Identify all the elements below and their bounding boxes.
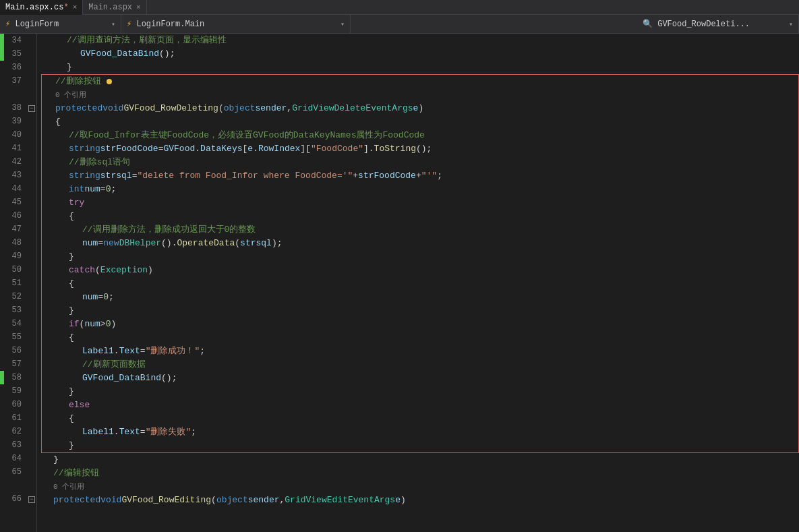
code-line-63: }	[42, 439, 798, 452]
code-content[interactable]: //调用查询方法，刷新页面，显示编辑性 GVFood_DataBind(); }…	[37, 34, 799, 532]
line-row: 59	[0, 384, 36, 398]
nav-dropdown-label: 🔍 GVFood_RowDeleti...	[643, 19, 750, 29]
line-number	[4, 479, 27, 492]
line-number: 56	[4, 344, 27, 357]
code-line-45: try	[42, 196, 798, 210]
identifier-datakeys: DataKeys	[200, 142, 242, 156]
brace: {	[69, 210, 74, 223]
keyword-void2: void	[100, 494, 121, 507]
line-row: 65	[0, 465, 36, 479]
code-line-66: protected void GVFood_RowEditing ( objec…	[40, 494, 799, 507]
keyword-string: string	[69, 142, 100, 156]
brace: {	[69, 277, 74, 291]
method-dropdown[interactable]: ⚡ LoginForm.Main ▾	[121, 15, 351, 34]
line-number: 41	[4, 142, 27, 155]
line-number	[4, 88, 27, 101]
tab-label: Main.aspx.cs	[5, 3, 63, 12]
tab-main-aspx[interactable]: Main.aspx ×	[83, 0, 146, 15]
keyword-object: object	[224, 102, 256, 115]
code-line-39: {	[42, 115, 798, 129]
line-number: 52	[4, 290, 27, 303]
code-line-51: {	[42, 277, 798, 291]
ref-count-37: 0 个引用	[42, 88, 798, 102]
line-row: 56	[0, 344, 36, 357]
line-number: 66	[4, 492, 27, 506]
class-dropdown-arrow: ▾	[111, 20, 115, 28]
code-line-59: }	[42, 385, 798, 398]
dirty-indicator: *	[63, 3, 68, 12]
param-e: e	[413, 102, 419, 115]
line-row: 34	[0, 34, 36, 47]
line-number: 43	[4, 169, 27, 182]
line-number: 36	[4, 61, 27, 74]
line-number: 39	[4, 115, 27, 128]
brace: {	[69, 331, 74, 345]
line-row: 38 −	[0, 101, 36, 115]
line-row: 43	[0, 169, 36, 182]
line-row: 37	[0, 74, 36, 88]
identifier: GVFood_DataBind	[80, 47, 159, 61]
code-line-65-comment: //编辑按钮	[40, 467, 799, 480]
line-number: 59	[4, 384, 27, 398]
code-line-55: {	[42, 331, 798, 345]
line-number: 65	[4, 465, 27, 479]
line-number: 44	[4, 182, 27, 196]
close-tab-button[interactable]: ×	[136, 3, 141, 11]
code-line-44: int num = 0 ;	[42, 183, 798, 196]
code-line-36: }	[40, 61, 799, 74]
fold-box[interactable]: −	[28, 496, 35, 503]
code-line-57: //刷新页面数据	[42, 358, 798, 372]
method-name: GVFood_RowDeleting	[123, 102, 218, 115]
tab-main-aspx-cs[interactable]: Main.aspx.cs * ×	[0, 0, 83, 15]
line-number: 53	[4, 303, 27, 317]
code-line-58: GVFood_DataBind ();	[42, 372, 798, 385]
line-number: 49	[4, 249, 27, 263]
nav-dropdown[interactable]: 🔍 GVFood_RowDeleti... ▾	[637, 15, 799, 34]
fold-indicator[interactable]: −	[27, 105, 36, 112]
line-row: 45	[0, 196, 36, 209]
line-row: 53	[0, 303, 36, 317]
type-gridviewedit: GridViewEditEventArgs	[285, 494, 395, 507]
class-dropdown[interactable]: ⚡ LoginForm ▾	[0, 15, 121, 34]
identifier-text2: Text	[119, 425, 140, 439]
line-number: 35	[4, 47, 27, 61]
var-strfoodcode: strFoodCode	[100, 142, 158, 156]
code-line-60: else	[42, 398, 798, 412]
var-strsql: strsql	[100, 169, 132, 183]
class-dropdown-label: ⚡ LoginForm	[5, 19, 59, 29]
comment: //取Food_Infor表主键FoodCode，必须设置GVFood的Data…	[69, 129, 425, 142]
method-dropdown-label: ⚡ LoginForm.Main	[127, 19, 204, 29]
keyword-object2: object	[216, 494, 248, 507]
code-line-54: if ( num > 0 )	[42, 318, 798, 331]
line-row: 39	[0, 115, 36, 128]
cursor-indicator	[107, 79, 112, 84]
line-number: 58	[4, 371, 27, 384]
line-row: 44	[0, 182, 36, 196]
fold-indicator[interactable]: −	[27, 496, 36, 503]
code-line-42: //删除sql语句	[42, 156, 798, 169]
code-line-62: Label1 . Text = "删除失败" ;	[42, 425, 798, 439]
brace: {	[55, 115, 61, 129]
line-row: 55	[0, 330, 36, 344]
param-e2: e	[247, 142, 253, 156]
var-num4: num	[84, 318, 100, 331]
identifier-text: Text	[119, 345, 140, 358]
identifier-gvfood2: GVFood_DataBind	[82, 372, 161, 385]
identifier-label1: Label1	[82, 345, 114, 358]
number-zero3: 0	[106, 318, 111, 331]
line-number: 34	[4, 34, 27, 47]
line-number: 37	[4, 74, 27, 88]
close-tab-button[interactable]: ×	[73, 3, 78, 11]
fold-box[interactable]: −	[28, 105, 35, 112]
brace: }	[69, 439, 74, 452]
line-number: 64	[4, 452, 27, 465]
nav-dropdown-arrow: ▾	[789, 20, 793, 28]
code-line-47: //调用删除方法，删除成功返回大于0的整数	[42, 223, 798, 237]
line-row	[0, 479, 36, 492]
string-foodcode: "FoodCode"	[311, 142, 363, 156]
line-number: 61	[4, 411, 27, 425]
line-number: 55	[4, 330, 27, 344]
string-delete: "delete from Food_Infor where FoodCode='…	[137, 169, 353, 183]
string-quote: "'"	[421, 169, 437, 183]
identifier-label2: Label1	[82, 425, 114, 439]
